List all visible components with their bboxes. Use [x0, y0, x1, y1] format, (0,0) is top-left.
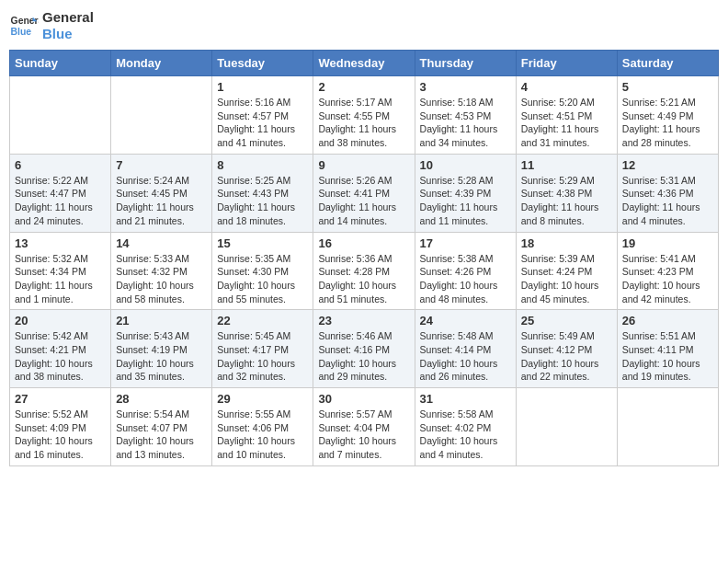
calendar-cell: 16Sunrise: 5:36 AM Sunset: 4:28 PM Dayli… [313, 232, 415, 310]
day-content: Sunrise: 5:32 AM Sunset: 4:34 PM Dayligh… [15, 252, 106, 306]
logo: General Blue General Blue [9, 9, 94, 42]
header-row: SundayMondayTuesdayWednesdayThursdayFrid… [10, 51, 719, 76]
day-content: Sunrise: 5:21 AM Sunset: 4:49 PM Dayligh… [622, 96, 713, 150]
logo-general: General [42, 9, 94, 26]
calendar-cell: 27Sunrise: 5:52 AM Sunset: 4:09 PM Dayli… [10, 388, 111, 466]
header-day-friday: Friday [516, 51, 617, 76]
day-number: 19 [622, 236, 713, 250]
day-content: Sunrise: 5:22 AM Sunset: 4:47 PM Dayligh… [15, 174, 106, 228]
calendar-cell [10, 76, 111, 155]
day-number: 16 [318, 236, 409, 250]
calendar-cell: 23Sunrise: 5:46 AM Sunset: 4:16 PM Dayli… [313, 310, 415, 388]
day-number: 27 [15, 392, 106, 406]
day-content: Sunrise: 5:46 AM Sunset: 4:16 PM Dayligh… [318, 329, 409, 384]
calendar-cell: 12Sunrise: 5:31 AM Sunset: 4:36 PM Dayli… [617, 154, 718, 232]
day-number: 2 [318, 80, 409, 94]
day-content: Sunrise: 5:20 AM Sunset: 4:51 PM Dayligh… [521, 96, 612, 150]
calendar-cell: 14Sunrise: 5:33 AM Sunset: 4:32 PM Dayli… [111, 232, 212, 310]
day-content: Sunrise: 5:45 AM Sunset: 4:17 PM Dayligh… [217, 329, 308, 384]
day-number: 30 [318, 392, 409, 406]
calendar-cell: 11Sunrise: 5:29 AM Sunset: 4:38 PM Dayli… [516, 154, 617, 232]
calendar-cell: 25Sunrise: 5:49 AM Sunset: 4:12 PM Dayli… [516, 310, 617, 388]
day-content: Sunrise: 5:16 AM Sunset: 4:57 PM Dayligh… [217, 96, 308, 150]
calendar-cell: 1Sunrise: 5:16 AM Sunset: 4:57 PM Daylig… [212, 76, 313, 155]
day-number: 6 [15, 158, 106, 172]
calendar-cell: 13Sunrise: 5:32 AM Sunset: 4:34 PM Dayli… [10, 232, 111, 310]
day-number: 11 [521, 158, 612, 172]
day-number: 10 [420, 158, 511, 172]
day-content: Sunrise: 5:29 AM Sunset: 4:38 PM Dayligh… [521, 174, 612, 228]
day-content: Sunrise: 5:52 AM Sunset: 4:09 PM Dayligh… [15, 408, 106, 462]
calendar-cell: 15Sunrise: 5:35 AM Sunset: 4:30 PM Dayli… [212, 232, 313, 310]
day-number: 28 [116, 392, 207, 406]
day-number: 1 [217, 80, 308, 94]
header-day-wednesday: Wednesday [313, 51, 415, 76]
calendar-cell: 22Sunrise: 5:45 AM Sunset: 4:17 PM Dayli… [212, 310, 313, 388]
day-content: Sunrise: 5:17 AM Sunset: 4:55 PM Dayligh… [318, 96, 409, 150]
day-content: Sunrise: 5:25 AM Sunset: 4:43 PM Dayligh… [217, 174, 308, 228]
calendar-cell: 7Sunrise: 5:24 AM Sunset: 4:45 PM Daylig… [111, 154, 212, 232]
day-content: Sunrise: 5:54 AM Sunset: 4:07 PM Dayligh… [116, 408, 207, 462]
day-content: Sunrise: 5:36 AM Sunset: 4:28 PM Dayligh… [318, 252, 409, 306]
calendar-cell: 10Sunrise: 5:28 AM Sunset: 4:39 PM Dayli… [415, 154, 516, 232]
day-content: Sunrise: 5:57 AM Sunset: 4:04 PM Dayligh… [318, 408, 409, 462]
day-number: 3 [420, 80, 511, 94]
day-content: Sunrise: 5:31 AM Sunset: 4:36 PM Dayligh… [622, 174, 713, 228]
header-day-monday: Monday [111, 51, 212, 76]
calendar-cell: 26Sunrise: 5:51 AM Sunset: 4:11 PM Dayli… [617, 310, 718, 388]
day-content: Sunrise: 5:35 AM Sunset: 4:30 PM Dayligh… [217, 252, 308, 306]
day-content: Sunrise: 5:42 AM Sunset: 4:21 PM Dayligh… [15, 329, 106, 384]
week-row-5: 27Sunrise: 5:52 AM Sunset: 4:09 PM Dayli… [10, 388, 719, 466]
week-row-2: 6Sunrise: 5:22 AM Sunset: 4:47 PM Daylig… [10, 154, 719, 232]
week-row-3: 13Sunrise: 5:32 AM Sunset: 4:34 PM Dayli… [10, 232, 719, 310]
week-row-4: 20Sunrise: 5:42 AM Sunset: 4:21 PM Dayli… [10, 310, 719, 388]
day-content: Sunrise: 5:41 AM Sunset: 4:23 PM Dayligh… [622, 252, 713, 306]
calendar-cell: 19Sunrise: 5:41 AM Sunset: 4:23 PM Dayli… [617, 232, 718, 310]
day-number: 29 [217, 392, 308, 406]
page-header: General Blue General Blue [9, 9, 719, 42]
day-content: Sunrise: 5:58 AM Sunset: 4:02 PM Dayligh… [420, 408, 511, 462]
calendar-cell: 30Sunrise: 5:57 AM Sunset: 4:04 PM Dayli… [313, 388, 415, 466]
day-number: 5 [622, 80, 713, 94]
week-row-1: 1Sunrise: 5:16 AM Sunset: 4:57 PM Daylig… [10, 76, 719, 155]
calendar-table: SundayMondayTuesdayWednesdayThursdayFrid… [9, 50, 719, 466]
day-content: Sunrise: 5:38 AM Sunset: 4:26 PM Dayligh… [420, 252, 511, 306]
day-content: Sunrise: 5:49 AM Sunset: 4:12 PM Dayligh… [521, 329, 612, 384]
calendar-cell: 17Sunrise: 5:38 AM Sunset: 4:26 PM Dayli… [415, 232, 516, 310]
day-number: 23 [318, 314, 409, 327]
day-number: 22 [217, 314, 308, 327]
calendar-cell: 21Sunrise: 5:43 AM Sunset: 4:19 PM Dayli… [111, 310, 212, 388]
day-number: 20 [15, 314, 106, 327]
day-content: Sunrise: 5:33 AM Sunset: 4:32 PM Dayligh… [116, 252, 207, 306]
day-number: 9 [318, 158, 409, 172]
day-content: Sunrise: 5:26 AM Sunset: 4:41 PM Dayligh… [318, 174, 409, 228]
day-number: 13 [15, 236, 106, 250]
calendar-cell: 9Sunrise: 5:26 AM Sunset: 4:41 PM Daylig… [313, 154, 415, 232]
day-content: Sunrise: 5:51 AM Sunset: 4:11 PM Dayligh… [622, 329, 713, 384]
day-number: 15 [217, 236, 308, 250]
calendar-cell: 3Sunrise: 5:18 AM Sunset: 4:53 PM Daylig… [415, 76, 516, 155]
svg-text:Blue: Blue [11, 27, 32, 37]
day-number: 24 [420, 314, 511, 327]
day-number: 21 [116, 314, 207, 327]
day-number: 25 [521, 314, 612, 327]
day-number: 26 [622, 314, 713, 327]
day-content: Sunrise: 5:28 AM Sunset: 4:39 PM Dayligh… [420, 174, 511, 228]
calendar-cell: 8Sunrise: 5:25 AM Sunset: 4:43 PM Daylig… [212, 154, 313, 232]
day-number: 18 [521, 236, 612, 250]
day-number: 17 [420, 236, 511, 250]
day-content: Sunrise: 5:39 AM Sunset: 4:24 PM Dayligh… [521, 252, 612, 306]
calendar-cell: 4Sunrise: 5:20 AM Sunset: 4:51 PM Daylig… [516, 76, 617, 155]
calendar-cell: 18Sunrise: 5:39 AM Sunset: 4:24 PM Dayli… [516, 232, 617, 310]
day-number: 8 [217, 158, 308, 172]
calendar-cell [111, 76, 212, 155]
calendar-cell [617, 388, 718, 466]
calendar-cell: 31Sunrise: 5:58 AM Sunset: 4:02 PM Dayli… [415, 388, 516, 466]
logo-blue: Blue [42, 26, 94, 42]
day-number: 7 [116, 158, 207, 172]
header-day-thursday: Thursday [415, 51, 516, 76]
calendar-cell: 28Sunrise: 5:54 AM Sunset: 4:07 PM Dayli… [111, 388, 212, 466]
logo-icon: General Blue [9, 11, 39, 40]
day-content: Sunrise: 5:55 AM Sunset: 4:06 PM Dayligh… [217, 408, 308, 462]
day-content: Sunrise: 5:18 AM Sunset: 4:53 PM Dayligh… [420, 96, 511, 150]
